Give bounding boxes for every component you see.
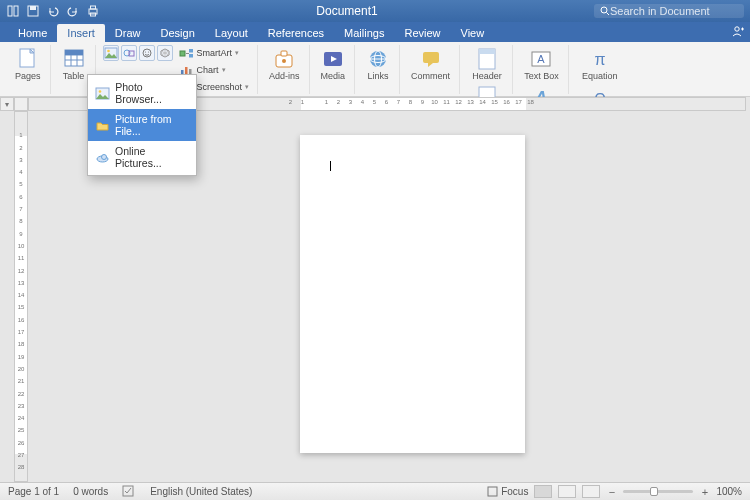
picture-from-file-item[interactable]: Picture from File...	[88, 109, 196, 141]
svg-rect-5	[91, 6, 96, 9]
svg-rect-0	[8, 6, 12, 16]
statusbar: Page 1 of 1 0 words English (United Stat…	[0, 482, 750, 500]
addins-label: Add-ins	[269, 72, 300, 81]
tab-mailings[interactable]: Mailings	[334, 24, 394, 42]
quick-access-toolbar	[6, 4, 100, 18]
zoom-thumb[interactable]	[650, 487, 658, 496]
pictures-button[interactable]	[103, 45, 119, 61]
svg-rect-3	[30, 6, 36, 10]
comment-icon	[419, 47, 443, 71]
comment-button[interactable]: Comment	[407, 45, 454, 83]
equation-button[interactable]: πEquation	[578, 45, 622, 83]
zoom-out-button[interactable]: −	[606, 486, 617, 498]
photo-browser-item[interactable]: Photo Browser...	[88, 77, 196, 109]
chevron-down-icon: ▾	[235, 49, 239, 57]
icons-button[interactable]	[139, 45, 155, 61]
svg-point-24	[144, 51, 145, 52]
svg-point-23	[143, 49, 151, 57]
print-layout-view-button[interactable]	[534, 485, 552, 498]
smartart-button[interactable]: SmartArt▾	[177, 45, 253, 61]
svg-rect-35	[281, 51, 287, 56]
language-indicator[interactable]: English (United States)	[150, 486, 252, 497]
svg-point-20	[107, 50, 110, 53]
addins-button[interactable]: Add-ins	[265, 45, 304, 83]
chevron-down-icon: ▾	[245, 83, 249, 91]
media-button[interactable]: Media	[317, 45, 350, 83]
tab-view[interactable]: View	[451, 24, 495, 42]
zoom-slider[interactable]	[623, 490, 693, 493]
svg-point-9	[735, 27, 739, 31]
page[interactable]	[300, 135, 525, 453]
picture-from-file-label: Picture from File...	[115, 113, 188, 137]
models-button[interactable]	[157, 45, 173, 61]
illustrations-cluster	[103, 45, 173, 61]
ribbon-group-pages: Pages	[6, 45, 51, 94]
chart-label: Chart	[197, 65, 219, 75]
section-toggle[interactable]: ▾	[0, 97, 14, 111]
zoom-level[interactable]: 100%	[716, 486, 742, 497]
equation-icon: π	[588, 47, 612, 71]
table-label: Table	[63, 72, 85, 81]
qat-undo-icon[interactable]	[46, 4, 60, 18]
media-icon	[321, 47, 345, 71]
svg-point-36	[282, 59, 286, 63]
textbox-icon: A	[529, 47, 553, 71]
web-layout-view-button[interactable]	[558, 485, 576, 498]
svg-rect-1	[14, 6, 18, 16]
header-label: Header	[472, 72, 502, 81]
search-icon	[600, 6, 610, 16]
svg-rect-18	[65, 50, 83, 55]
page-indicator[interactable]: Page 1 of 1	[8, 486, 59, 497]
photo-browser-icon	[96, 87, 109, 99]
links-label: Links	[368, 72, 389, 81]
search-box[interactable]	[594, 4, 744, 18]
zoom-in-button[interactable]: +	[699, 486, 710, 498]
word-count[interactable]: 0 words	[73, 486, 108, 497]
addins-icon	[272, 47, 296, 71]
focus-label: Focus	[501, 486, 528, 497]
header-icon	[475, 47, 499, 71]
svg-rect-27	[189, 49, 193, 53]
titlebar: Document1	[0, 0, 750, 22]
search-input[interactable]	[610, 5, 738, 17]
spellcheck-icon[interactable]	[122, 485, 136, 499]
svg-text:π: π	[594, 51, 605, 68]
qat-save-icon[interactable]	[26, 4, 40, 18]
document-title: Document1	[100, 4, 594, 18]
titlebar-right	[594, 4, 744, 18]
share-icon[interactable]	[730, 25, 744, 39]
links-button[interactable]: Links	[362, 45, 394, 83]
pages-button[interactable]: Pages	[11, 45, 45, 83]
tab-review[interactable]: Review	[394, 24, 450, 42]
svg-rect-28	[189, 54, 193, 58]
tab-draw[interactable]: Draw	[105, 24, 151, 42]
pictures-dropdown: Photo Browser... Picture from File... On…	[87, 74, 197, 176]
photo-browser-label: Photo Browser...	[115, 81, 188, 105]
svg-rect-64	[488, 487, 497, 496]
pages-icon	[16, 47, 40, 71]
svg-rect-44	[479, 49, 495, 54]
chevron-down-icon: ▾	[222, 66, 226, 74]
media-label: Media	[321, 72, 346, 81]
header-button[interactable]: Header	[468, 45, 506, 83]
online-pictures-label: Online Pictures...	[115, 145, 188, 169]
shapes-button[interactable]	[121, 45, 137, 61]
tab-layout[interactable]: Layout	[205, 24, 258, 42]
svg-point-7	[601, 7, 607, 13]
qat-print-icon[interactable]	[86, 4, 100, 18]
online-pictures-item[interactable]: Online Pictures...	[88, 141, 196, 173]
tab-insert[interactable]: Insert	[57, 24, 105, 42]
tab-home[interactable]: Home	[8, 24, 57, 42]
tab-references[interactable]: References	[258, 24, 334, 42]
textbox-label: Text Box	[524, 72, 559, 81]
focus-mode-button[interactable]: Focus	[487, 486, 528, 497]
vertical-ruler[interactable]: 1234567891011121314151617181920212223242…	[14, 111, 28, 482]
textbox-button[interactable]: AText Box	[520, 45, 563, 83]
svg-rect-26	[180, 51, 185, 56]
screenshot-label: Screenshot	[197, 82, 243, 92]
qat-autosave-icon[interactable]	[6, 4, 20, 18]
qat-redo-icon[interactable]	[66, 4, 80, 18]
outline-view-button[interactable]	[582, 485, 600, 498]
table-button[interactable]: Table	[58, 45, 90, 83]
tab-design[interactable]: Design	[151, 24, 205, 42]
